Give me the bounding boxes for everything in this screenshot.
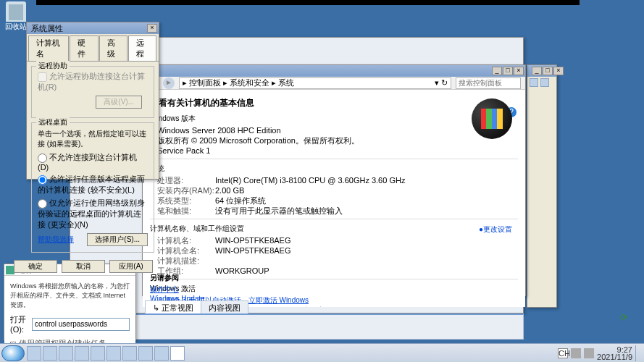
edition-value: Windows Server 2008 HPC Edition: [157, 125, 281, 135]
close-icon[interactable]: ×: [147, 24, 157, 33]
tab-computer-name[interactable]: 计算机名: [28, 35, 69, 61]
run-desc: Windows 将根据您所输入的名称，为您打开相应的程序、文件夹、文档或 Int…: [10, 282, 130, 310]
k: 计算机名:: [157, 235, 215, 245]
mmc-fragment: _□×: [527, 64, 557, 308]
taskbar-item-active[interactable]: [170, 346, 185, 361]
group-desc: 单击一个选项，然后指定谁可以连接 (如果需要)。: [38, 129, 148, 149]
dialog-buttons: 确定 取消 应用(A): [27, 257, 159, 276]
windows-logo-icon: [472, 98, 512, 139]
select-users-button[interactable]: 选择用户(S)...: [87, 233, 148, 246]
taskbar: CH 9:27 2021/11/9: [0, 343, 644, 362]
k: 安装内存(RAM):: [157, 185, 215, 195]
maximize-icon[interactable]: □: [543, 67, 553, 75]
mmc-toolbar-btn[interactable]: [530, 78, 538, 87]
forward-icon: ►: [163, 77, 175, 89]
workgroup: WORKGROUP: [215, 266, 269, 276]
tray-date: 2021/11/9: [597, 353, 632, 361]
action-center-link[interactable]: 操作中心: [150, 285, 205, 295]
service-pack: Service Pack 1: [157, 146, 210, 156]
section-system: 系统: [150, 164, 518, 174]
refresh-icon[interactable]: ↻: [441, 78, 448, 88]
system-tray: CH 9:27 2021/11/9: [555, 345, 644, 361]
tab-hardware[interactable]: 硬件: [70, 35, 98, 61]
mmc-titlebar: _□×: [527, 65, 556, 77]
crumb[interactable]: 系统: [278, 77, 294, 88]
section-edition: Windows 版本: [150, 114, 518, 124]
section-network: 计算机名称、域和工作组设置: [150, 224, 518, 234]
run-input[interactable]: [32, 318, 130, 331]
refresh-icon[interactable]: ⟳: [620, 312, 632, 324]
k: 系统类型:: [157, 195, 215, 206]
computer-name: WIN-OP5TFKE8AEG: [215, 235, 291, 245]
maximize-icon[interactable]: □: [503, 67, 513, 75]
sysprops-titlebar[interactable]: 系统属性 ×: [27, 22, 159, 34]
k: 计算机全名:: [157, 245, 215, 256]
system-properties-dialog: 系统属性 × 计算机名 硬件 高级 远程 远程协助 允许远程协助连接这台计算机(…: [26, 22, 159, 180]
tray-icon[interactable]: [571, 348, 581, 358]
minimize-icon[interactable]: _: [532, 67, 542, 75]
radio-nla-only[interactable]: 仅允许运行使用网络级别身份验证的远程桌面的计算机连接 (更安全)(N): [38, 198, 148, 230]
group-legend: 远程桌面: [36, 117, 70, 127]
taskbar-item[interactable]: [75, 346, 89, 361]
copyright: 版权所有 © 2009 Microsoft Corporation。保留所有权利…: [157, 135, 359, 146]
quick-launch-explorer[interactable]: [27, 346, 41, 361]
tray-time: 9:27: [597, 346, 632, 353]
help-choose-link[interactable]: 帮助我选择: [38, 235, 74, 245]
quick-launch-app[interactable]: [59, 346, 73, 361]
lang-indicator[interactable]: CH: [558, 348, 568, 358]
taskbar-item[interactable]: [106, 346, 121, 361]
tab-remote[interactable]: 远程: [128, 35, 156, 61]
taskbar-item[interactable]: [122, 346, 137, 361]
taskbar-item[interactable]: [138, 346, 153, 361]
explorer-status-bar: 就绪: [70, 313, 524, 340]
recycle-bin-icon: [6, 1, 26, 22]
k: 处理器:: [157, 175, 215, 185]
system-titlebar[interactable]: _□×: [143, 65, 525, 77]
quick-launch-ie[interactable]: [43, 346, 57, 361]
type-value: 64 位操作系统: [215, 195, 266, 206]
ram-value: 2.00 GB: [215, 185, 244, 195]
radio-no-connect[interactable]: 不允许连接到这台计算机(D): [38, 152, 148, 172]
close-icon[interactable]: ×: [514, 67, 524, 75]
apply-button[interactable]: 应用(A): [109, 260, 153, 273]
tray-icon[interactable]: [584, 348, 594, 358]
open-label: 打开(O):: [10, 314, 29, 334]
dialog-title: 系统属性: [28, 23, 147, 34]
tab-advanced[interactable]: 高级: [99, 35, 127, 61]
remote-desktop-group: 远程桌面 单击一个选项，然后指定谁可以连接 (如果需要)。 不允许连接到这台计算…: [31, 122, 154, 253]
mmc-toolbar-btn[interactable]: [540, 78, 549, 87]
remote-assist-group: 远程协助 允许远程协助连接这台计算机(R) 高级(V)...: [31, 66, 154, 118]
page-title: 查看有关计算机的基本信息: [150, 97, 518, 109]
taskbar-item[interactable]: [154, 346, 169, 361]
start-button[interactable]: [1, 345, 25, 361]
system-body: ? 查看有关计算机的基本信息 Windows 版本 Windows Server…: [143, 90, 525, 307]
breadcrumb[interactable]: ▸控制面板 ▸系统和安全 ▸系统 ▾↻: [179, 77, 451, 89]
clock[interactable]: 9:27 2021/11/9: [597, 346, 632, 361]
address-toolbar: ◄ ► ▸控制面板 ▸系统和安全 ▸系统 ▾↻: [143, 77, 525, 90]
close-icon[interactable]: ×: [553, 67, 564, 75]
ok-button[interactable]: 确定: [14, 260, 57, 273]
top-dark-strip: [36, 0, 580, 5]
cpu-value: Intel(R) Core(TM) i3-8100 CPU @ 3.60GHz …: [215, 175, 405, 185]
allow-remote-assist-checkbox: 允许远程协助连接这台计算机(R): [38, 71, 148, 93]
sysprops-tabs: 计算机名 硬件 高级 远程: [27, 34, 159, 62]
section-activation: Windows 激活: [150, 284, 518, 294]
search-input[interactable]: [456, 77, 521, 89]
change-settings-link[interactable]: ●更改设置: [479, 224, 512, 235]
radio-any-version[interactable]: 允许运行任意版本远程桌面的计算机连接 (较不安全)(L): [38, 174, 148, 195]
group-legend: 远程协助: [36, 61, 70, 71]
cancel-button[interactable]: 取消: [62, 260, 105, 273]
advanced-button: 高级(V)...: [96, 96, 142, 109]
k: 计算机描述:: [157, 256, 215, 266]
show-desktop[interactable]: [635, 345, 641, 361]
computer-fullname: WIN-OP5TFKE8AEG: [215, 245, 291, 256]
k: 笔和触摸:: [157, 206, 215, 216]
change-key-link[interactable]: 更改产品密钥: [288, 306, 332, 307]
minimize-icon[interactable]: _: [492, 67, 502, 75]
crumb[interactable]: 控制面板: [189, 77, 221, 88]
taskbar-item[interactable]: [91, 346, 105, 361]
pen-value: 没有可用于此显示器的笔或触控输入: [215, 206, 343, 216]
crumb[interactable]: 系统和安全: [230, 77, 269, 88]
system-window: _□× ◄ ► ▸控制面板 ▸系统和安全 ▸系统 ▾↻ ? 查看有关计算机的基本…: [142, 64, 526, 296]
